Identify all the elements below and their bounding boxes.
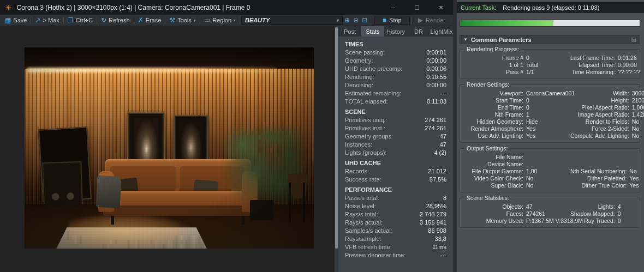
tools-button-label: Tools xyxy=(177,17,192,23)
stat-value: --- xyxy=(440,251,446,259)
stat-label: UHD cache precomp: xyxy=(345,65,402,73)
stat-value: 4 (2) xyxy=(434,149,446,157)
stat-value: 8 xyxy=(443,194,446,202)
stat-label: Rays/sample: xyxy=(345,235,381,243)
group-value: No xyxy=(526,175,568,182)
stat-label: Samples/s actual: xyxy=(345,227,392,235)
group-label xyxy=(570,161,627,168)
minimize-button[interactable]: – xyxy=(381,0,405,15)
group-value: 0 xyxy=(526,55,568,62)
to-max-button[interactable]: ↗> Max xyxy=(32,16,62,24)
image-area xyxy=(0,26,335,272)
rollout-grip-icon: ▤ xyxy=(631,37,636,43)
titlebar[interactable]: ☀ Corona 3 (Hotfix 2) | 3000×2100px (1:4… xyxy=(0,0,453,15)
zoom-buttons: ⊕⊖⊡ xyxy=(343,16,369,24)
zoom-reset-button[interactable]: ⊡ xyxy=(360,16,369,24)
corona-vfb-window: ☀ Corona 3 (Hotfix 2) | 3000×2100px (1:4… xyxy=(0,0,453,272)
stat-label: Rendering: xyxy=(345,73,374,81)
group-label: Compute Adv. Lighting: xyxy=(570,132,629,140)
render-button[interactable]: ▶ Render xyxy=(413,16,451,24)
current-task-value: Rendering pass 9 (elapsed: 0:11:03) xyxy=(503,4,599,11)
group-value: 274261 xyxy=(526,210,568,217)
group-label: Faces: xyxy=(463,210,523,217)
group-value xyxy=(629,161,644,168)
group-output-settings: Output Settings:File Name:Device Name:Fi… xyxy=(460,148,640,192)
erase-button[interactable]: ✗Erase xyxy=(135,16,164,24)
common-parameters-rollout[interactable]: ▼ Common Parameters ▤ xyxy=(460,35,640,44)
group-value: 0 xyxy=(618,210,644,217)
stats-row: Passes total:8 xyxy=(345,194,446,202)
vfb-toolbar: ▦Save↗> Max❐Ctrl+C↻Refresh✗Erase⚒Tools▾▭… xyxy=(0,15,453,26)
toolbar-separator xyxy=(165,17,165,24)
group-value: Yes xyxy=(526,132,568,140)
toolbar-separator xyxy=(200,17,200,24)
group-render-settings: Render Settings:Viewport:CoronaCamera001… xyxy=(460,84,640,143)
toolbar-separator xyxy=(31,17,31,24)
group-label: Image Aspect Ratio: xyxy=(570,111,629,118)
group-value: 3000 xyxy=(632,90,644,97)
group-value: P:1367,5M V:3318,9M xyxy=(526,217,568,225)
tools-button[interactable]: ⚒Tools▾ xyxy=(166,16,198,24)
group-value: No xyxy=(629,168,644,175)
stop-button-label: Stop xyxy=(389,17,402,23)
render-element-select[interactable]: BEAUTY ▾ xyxy=(241,16,343,25)
stats-scrollbar[interactable] xyxy=(335,26,338,272)
group-label: Elapsed Time: xyxy=(570,62,615,69)
tab-dr[interactable]: DR xyxy=(407,26,430,37)
stat-label: Denoising: xyxy=(345,81,373,89)
group-value: 0:01:26 xyxy=(618,55,644,62)
group-label: Frame # xyxy=(463,55,523,62)
toolbar-separator xyxy=(240,17,240,24)
rendered-image[interactable] xyxy=(25,47,314,249)
stop-button[interactable]: ■ Stop xyxy=(374,16,410,25)
group-label: Pass # xyxy=(463,69,523,76)
tab-post[interactable]: Post xyxy=(338,26,361,37)
maximize-button[interactable]: □ xyxy=(405,0,429,15)
group-title: Rendering Progress: xyxy=(464,46,521,52)
group-label: Super Black: xyxy=(463,182,523,189)
tab-lightmix[interactable]: LightMix xyxy=(430,26,453,37)
stats-row: Primitives uniq.:274 261 xyxy=(345,116,446,124)
zoom-out-button[interactable]: ⊖ xyxy=(351,16,360,24)
refresh-icon: ↻ xyxy=(101,17,106,23)
stat-label: Scene parsing: xyxy=(345,49,385,57)
vfb-body: PostStatsHistoryDRLightMix TIMESScene pa… xyxy=(0,26,453,272)
stats-row: Geometry:0:00:00 xyxy=(345,57,446,65)
tools-icon: ⚒ xyxy=(169,17,175,23)
erase-button-label: Erase xyxy=(146,17,162,23)
close-button[interactable]: × xyxy=(429,0,453,15)
stat-label: Success rate: xyxy=(345,176,381,184)
refresh-button[interactable]: ↻Refresh xyxy=(98,16,133,24)
window-title: Corona 3 (Hotfix 2) | 3000×2100px (1:4) … xyxy=(17,4,381,11)
stats-scrollbar-thumb[interactable] xyxy=(335,27,338,249)
group-value xyxy=(526,161,568,168)
zoom-in-button[interactable]: ⊕ xyxy=(343,16,351,24)
save-icon: ▦ xyxy=(5,17,11,23)
group-value xyxy=(526,154,568,161)
stats-panel: PostStatsHistoryDRLightMix TIMESScene pa… xyxy=(338,26,453,272)
group-label: Nth Serial Numbering: xyxy=(570,168,627,175)
window-controls: – □ × xyxy=(381,0,453,15)
stats-row: Instances:47 xyxy=(345,141,446,149)
stats-row: Preview denoiser time:--- xyxy=(345,251,446,259)
group-title: Output Settings: xyxy=(464,145,510,152)
stat-value: 0:00:00 xyxy=(426,81,446,89)
group-label: Lights: xyxy=(570,203,615,210)
stat-value: 33,8 xyxy=(435,235,446,243)
copy-button[interactable]: ❐Ctrl+C xyxy=(65,16,96,24)
render-progress-fill xyxy=(460,20,553,26)
region-button[interactable]: ▭Region▾ xyxy=(201,16,238,24)
stat-label: Geometry groups: xyxy=(345,132,393,141)
stat-value: 2 743 279 xyxy=(420,210,446,219)
stats-content: TIMESScene parsing:0:00:01Geometry:0:00:… xyxy=(338,37,453,259)
stats-row: Lights (groups):4 (2) xyxy=(345,149,446,157)
tab-history[interactable]: History xyxy=(384,26,407,37)
save-button[interactable]: ▦Save xyxy=(2,16,29,24)
tab-stats[interactable]: Stats xyxy=(361,26,384,37)
render-element-value: BEAUTY xyxy=(245,17,270,23)
export-arrow-icon: ↗ xyxy=(35,17,40,23)
chevron-down-icon: ▾ xyxy=(337,18,339,23)
group-label: Dither True Color: xyxy=(570,182,627,189)
stat-value: 0:00:01 xyxy=(426,49,446,57)
stat-label: VFB refresh time: xyxy=(345,243,392,251)
